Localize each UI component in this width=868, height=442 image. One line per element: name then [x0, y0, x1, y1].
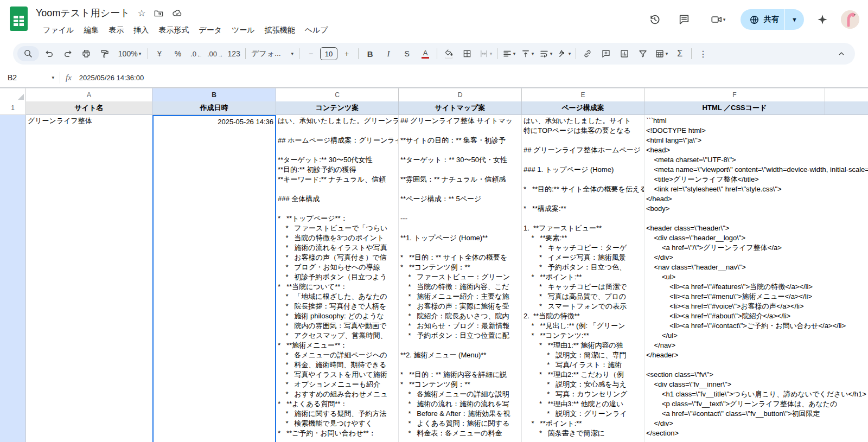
cell-a1[interactable]: サイト名: [26, 101, 152, 115]
toolbar-divider: [358, 48, 359, 59]
doc-title[interactable]: Yoomテスト用シート: [36, 7, 130, 20]
hide-toolbar-button[interactable]: [832, 46, 851, 61]
cell-c1[interactable]: コンテンツ案: [276, 101, 399, 115]
strikethrough-button[interactable]: S: [398, 46, 416, 61]
header-row-1: 1 サイト名 作成日時 コンテンツ案 サイトマップ案 ページ構成案 HTML ／…: [0, 101, 868, 115]
column-header-row: A B C D E F: [0, 88, 868, 101]
toolbar: 100%▾ ¥ % .0← .00→ 123 デフォ...▾ − 10 + B …: [13, 43, 855, 65]
merge-cells-button[interactable]: ▾: [476, 46, 495, 61]
move-folder-icon[interactable]: [154, 8, 164, 18]
cell-a2[interactable]: グリーンライフ整体: [26, 115, 152, 442]
vertical-align-button[interactable]: ▾: [518, 46, 537, 61]
name-box-caret-icon[interactable]: ▾: [52, 75, 54, 80]
menu-tools[interactable]: ツール: [227, 24, 260, 37]
italic-button[interactable]: I: [379, 46, 398, 61]
menu-help[interactable]: ヘルプ: [300, 24, 333, 37]
cell-b2-selected[interactable]: 2025-05-26 14:36: [152, 115, 276, 442]
toolbar-divider: [497, 48, 497, 59]
cell-d2[interactable]: ## グリーンライフ整体 サイトマッ **サイトの目的：** 集客・初診予 **…: [399, 115, 522, 442]
select-all-corner[interactable]: [0, 88, 26, 101]
row-header-1[interactable]: 1: [0, 101, 26, 115]
menu-file[interactable]: ファイル: [38, 24, 79, 37]
account-avatar[interactable]: [841, 10, 859, 29]
zoom-select[interactable]: 100%▾: [114, 46, 145, 61]
toolbar-divider: [148, 48, 148, 59]
toolbar-divider: [437, 48, 437, 59]
toolbar-divider: [691, 48, 692, 59]
increase-font-size-button[interactable]: +: [337, 46, 356, 61]
bold-button[interactable]: B: [361, 46, 379, 61]
cell-d1[interactable]: サイトマップ案: [399, 101, 522, 115]
share-button[interactable]: 共有 ▼: [741, 9, 804, 30]
cell-g1[interactable]: [825, 101, 868, 115]
paint-format-button[interactable]: [95, 46, 114, 61]
menu-bar: ファイル 編集 表示 挿入 表示形式 データ ツール 拡張機能 ヘルプ: [38, 24, 333, 37]
print-button[interactable]: [77, 46, 95, 61]
increase-decimal-button[interactable]: .00→: [206, 46, 225, 61]
text-color-button[interactable]: A: [416, 46, 435, 61]
font-size-input[interactable]: 10: [320, 47, 337, 60]
share-caret-icon[interactable]: ▼: [785, 16, 804, 23]
column-header-d[interactable]: D: [399, 88, 522, 101]
insert-link-button[interactable]: [578, 46, 597, 61]
toolbar-divider: [299, 48, 299, 59]
menu-edit[interactable]: 編集: [79, 24, 104, 37]
functions-button[interactable]: Σ: [671, 46, 689, 61]
menu-insert[interactable]: 挿入: [129, 24, 154, 37]
globe-icon: [749, 15, 760, 25]
decrease-font-size-button[interactable]: −: [302, 46, 320, 61]
row-header-2[interactable]: [0, 115, 26, 442]
version-history-icon[interactable]: [644, 9, 666, 30]
formula-input[interactable]: 2025/05/26 14:36:00: [79, 74, 144, 82]
toolbar-more-button[interactable]: ⋮: [694, 46, 712, 61]
column-header-e[interactable]: E: [522, 88, 644, 101]
video-call-caret-icon[interactable]: ▾: [723, 17, 726, 22]
text-wrap-button[interactable]: ▾: [537, 46, 555, 61]
data-row-2: グリーンライフ整体 2025-05-26 14:36 はい、承知いたしました。グ…: [0, 115, 868, 442]
font-select[interactable]: デフォ...▾: [248, 46, 297, 61]
video-call-icon[interactable]: ▾: [703, 9, 733, 30]
cell-f2[interactable]: ```html <!DOCTYPE html> <html lang=\"ja\…: [644, 115, 868, 442]
insert-chart-button[interactable]: [615, 46, 634, 61]
share-button-label: 共有: [764, 15, 779, 24]
insert-table-button[interactable]: ▾: [652, 46, 671, 61]
cloud-status-icon[interactable]: [171, 8, 183, 18]
redo-button[interactable]: [59, 46, 77, 61]
cell-b1[interactable]: 作成日時: [152, 101, 276, 115]
menu-view[interactable]: 表示: [104, 24, 129, 37]
fill-color-button[interactable]: [439, 46, 458, 61]
search-menus-button[interactable]: [17, 46, 39, 61]
column-header-f[interactable]: F: [644, 88, 825, 101]
spreadsheet-grid: A B C D E F 1 サイト名 作成日時 コンテンツ案 サイトマップ案 ペ…: [0, 88, 868, 442]
horizontal-align-button[interactable]: ▾: [500, 46, 518, 61]
borders-button[interactable]: [458, 46, 476, 61]
column-header-g[interactable]: [825, 88, 868, 101]
formula-bar-divider: [60, 72, 60, 84]
decrease-decimal-button[interactable]: .0←: [187, 46, 206, 61]
text-rotation-button[interactable]: ▾: [555, 46, 573, 61]
column-header-b[interactable]: B: [152, 88, 276, 101]
cell-e1[interactable]: ページ構成案: [522, 101, 644, 115]
menu-extensions[interactable]: 拡張機能: [260, 24, 300, 37]
comments-icon[interactable]: [673, 9, 695, 30]
menu-format[interactable]: 表示形式: [154, 24, 194, 37]
more-formats-button[interactable]: 123: [225, 46, 243, 61]
menu-data[interactable]: データ: [194, 24, 227, 37]
format-percent-button[interactable]: %: [169, 46, 187, 61]
top-bar: Yoomテスト用シート ☆ ファイル 編集 表示 挿入 表示形式 データ ツール…: [0, 0, 868, 42]
undo-button[interactable]: [40, 46, 59, 61]
cell-c2[interactable]: はい、承知いたしました。グリーンライフ整体の ## ホームページ構成案：グリーン…: [276, 115, 399, 442]
column-header-a[interactable]: A: [26, 88, 152, 101]
name-box[interactable]: B2▾: [0, 73, 54, 82]
fx-icon: fx: [66, 73, 72, 82]
insert-comment-button[interactable]: [597, 46, 615, 61]
format-currency-button[interactable]: ¥: [150, 46, 169, 61]
column-header-c[interactable]: C: [276, 88, 399, 101]
sheets-logo-icon[interactable]: [10, 7, 28, 31]
star-icon[interactable]: ☆: [137, 9, 145, 18]
cell-e2[interactable]: はい、承知いたしました。サイト 特にTOPページは集客の要となる ## グリーン…: [522, 115, 644, 442]
cell-f1[interactable]: HTML ／CSSコード: [644, 101, 825, 115]
create-filter-button[interactable]: [634, 46, 652, 61]
toolbar-divider: [245, 48, 246, 59]
gemini-sparkle-icon[interactable]: [812, 9, 833, 30]
